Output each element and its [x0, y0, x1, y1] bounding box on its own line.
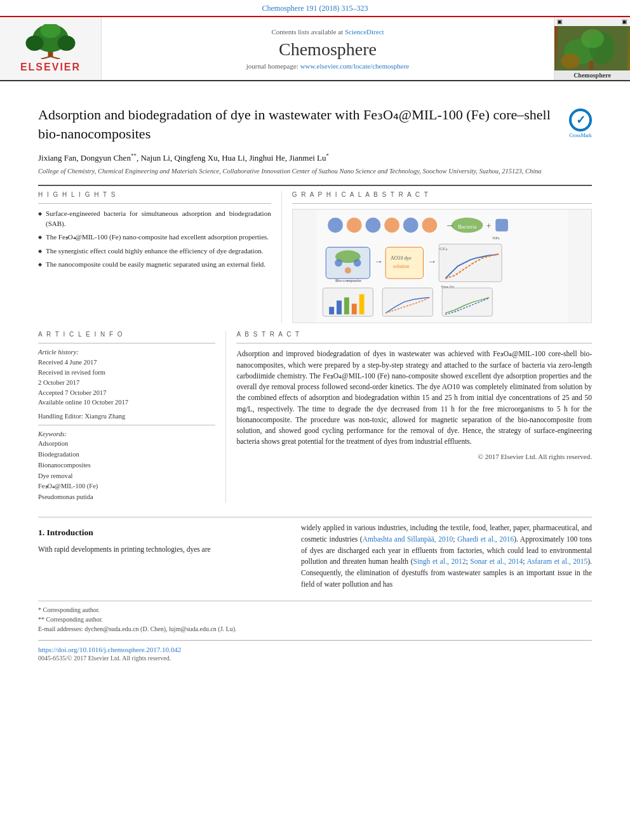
- journal-citation: Chemosphere 191 (2018) 315–323: [0, 0, 630, 16]
- svg-text:C/C₀: C/C₀: [439, 248, 448, 251]
- thumb-label: Chemosphere: [573, 70, 611, 80]
- footnote-email: E-mail addresses: dychen@suda.edu.cn (D.…: [38, 624, 592, 634]
- svg-line-1: [41, 57, 51, 59]
- svg-text:Bio-composite: Bio-composite: [335, 278, 361, 283]
- journal-header: ELSEVIER Contents lists available at Sci…: [0, 16, 630, 81]
- svg-rect-47: [359, 295, 364, 315]
- main-content: ✓ CrossMark Adsorption and biodegradatio…: [0, 81, 630, 668]
- elsevier-logo-box: ELSEVIER: [0, 17, 102, 80]
- abstract-heading: A B S T R A C T: [236, 331, 592, 338]
- highlights-heading: H I G H L I G H T S: [38, 191, 271, 198]
- svg-rect-46: [351, 304, 356, 315]
- highlight-item-2: The Fe₃O₄@MIL-100 (Fe) nano-composite ha…: [38, 232, 271, 242]
- svg-text:Bacteria: Bacteria: [458, 223, 477, 230]
- handling-editor: Handling Editor: Xiangru Zhang: [38, 413, 215, 420]
- elsevier-tree-icon: [5, 24, 96, 59]
- svg-rect-26: [495, 219, 508, 232]
- abstract-rule: [236, 343, 592, 343]
- svg-point-16: [328, 218, 343, 233]
- header-rule: [38, 185, 592, 186]
- introduction-section: 1. Introduction With rapid developments …: [38, 517, 592, 590]
- svg-point-21: [422, 218, 437, 233]
- footnotes-area: * Corresponding author. ** Corresponding…: [38, 601, 592, 634]
- history-received: Received 4 June 2017: [38, 357, 215, 368]
- svg-point-32: [345, 267, 351, 274]
- doi-link[interactable]: https://doi.org/10.1016/j.chemosphere.20…: [38, 646, 181, 653]
- svg-point-4: [26, 36, 44, 51]
- article-title: Adsorption and biodegradation of dye in …: [38, 105, 592, 143]
- graphical-abstract-image: → Bacteria + NPs: [292, 209, 592, 323]
- keyword-dye-removal: Dye removal: [38, 471, 215, 482]
- svg-line-2: [51, 57, 60, 59]
- crossmark-area: ✓ CrossMark: [569, 109, 592, 138]
- crossmark-label: CrossMark: [569, 133, 592, 138]
- svg-text:solution: solution: [393, 263, 410, 269]
- article-info-rule: [38, 343, 215, 343]
- doi-footer: https://doi.org/10.1016/j.chemosphere.20…: [38, 640, 592, 662]
- footnote-corresponding2: ** Corresponding author.: [38, 615, 592, 624]
- article-history-heading: Article history:: [38, 349, 215, 356]
- svg-text:+: +: [486, 221, 491, 230]
- ref-ambashta[interactable]: Ambashta and Sillanpää, 2010: [363, 535, 453, 543]
- svg-point-18: [365, 218, 380, 233]
- history-available: Available online 10 October 2017: [38, 397, 215, 408]
- svg-point-31: [353, 260, 361, 267]
- ref-ghaedi[interactable]: Ghaedi et al., 2016: [457, 535, 514, 543]
- history-revised-date: 2 October 2017: [38, 378, 215, 388]
- keywords-list: Adsorption Biodegradation Bionanocomposi…: [38, 439, 215, 503]
- svg-text:AO10 dye: AO10 dye: [391, 256, 412, 262]
- svg-point-30: [335, 260, 342, 267]
- highlights-list: Surface-engineered bacteria for simultan…: [38, 209, 271, 269]
- keyword-bionanocomposites: Bionanocomposites: [38, 460, 215, 471]
- ref-asfaram[interactable]: Asfaram et al., 2015: [527, 557, 588, 565]
- doi-link-line: https://doi.org/10.1016/j.chemosphere.20…: [38, 644, 592, 655]
- copyright-line: © 2017 Elsevier Ltd. All rights reserved…: [236, 453, 592, 460]
- citation-text: Chemosphere 191 (2018) 315–323: [262, 4, 368, 13]
- article-info-heading: A R T I C L E I N F O: [38, 331, 215, 338]
- footnote-corresponding1: * Corresponding author.: [38, 605, 592, 615]
- journal-center: Contents lists available at ScienceDirec…: [102, 17, 554, 80]
- ref-singh[interactable]: Singh et al., 2012: [413, 557, 466, 565]
- journal-homepage-link[interactable]: www.elsevier.com/locate/chemosphere: [300, 62, 410, 70]
- svg-rect-43: [329, 307, 334, 315]
- svg-point-10: [581, 29, 604, 48]
- authors-text: Jixiang Fan, Dongyun Chen**, Najun Li, Q…: [38, 153, 329, 163]
- highlights-graphical-row: H I G H L I G H T S Surface-engineered b…: [38, 191, 592, 323]
- graphical-abstract-section: G R A P H I C A L A B S T R A C T: [282, 191, 592, 323]
- history-accepted: Accepted 7 October 2017: [38, 388, 215, 398]
- keyword-fe3o4: Fe₃O₄@MIL-100 (Fe): [38, 481, 215, 492]
- keywords-heading: Keywords:: [38, 430, 215, 437]
- ref-sonar[interactable]: Sonar et al., 2014: [470, 557, 523, 565]
- keyword-pseudomonas: Pseudomonas putida: [38, 492, 215, 503]
- abstract-section: A B S T R A C T Adsorption and improved …: [226, 331, 592, 503]
- intro-two-col: 1. Introduction With rapid developments …: [38, 523, 592, 590]
- svg-point-11: [561, 53, 580, 69]
- graphical-abstract-rule: [292, 203, 592, 204]
- available-text: Contents lists available at ScienceDirec…: [271, 28, 384, 36]
- highlights-section: H I G H L I G H T S Surface-engineered b…: [38, 191, 282, 323]
- sciencedirect-link[interactable]: ScienceDirect: [345, 28, 384, 36]
- history-revised-label: Received in revised form: [38, 368, 215, 378]
- graphical-abstract-heading: G R A P H I C A L A B S T R A C T: [292, 191, 592, 198]
- svg-text:→: →: [374, 257, 383, 266]
- svg-text:✓: ✓: [576, 114, 586, 126]
- intro-left-text: With rapid developments in printing tech…: [38, 544, 286, 556]
- highlight-item-4: The nanocomposite could be easily magnet…: [38, 260, 271, 269]
- svg-point-19: [384, 218, 399, 233]
- highlights-rule: [38, 203, 271, 204]
- svg-rect-12: [589, 61, 593, 70]
- svg-text:NPs: NPs: [492, 236, 500, 241]
- keyword-biodegradation: Biodegradation: [38, 450, 215, 460]
- intro-right-text: widely applied in various industries, in…: [301, 523, 592, 590]
- intro-right-col: widely applied in various industries, in…: [301, 523, 592, 590]
- intro-section-heading: 1. Introduction: [38, 528, 286, 538]
- keywords-rule: [38, 425, 215, 425]
- affiliation: College of Chemistry, Chemical Engineeri…: [38, 167, 592, 177]
- journal-homepage-line: journal homepage: www.elsevier.com/locat…: [246, 62, 409, 70]
- crossmark-icon: ✓: [570, 110, 591, 130]
- abstract-text: Adsorption and improved biodegradation o…: [236, 349, 592, 447]
- chemosphere-thumb-image: [554, 26, 630, 70]
- highlight-item-1: Surface-engineered bacteria for simultan…: [38, 209, 271, 229]
- journal-name-main: Chemosphere: [279, 39, 377, 60]
- title-area: ✓ CrossMark Adsorption and biodegradatio…: [38, 105, 592, 143]
